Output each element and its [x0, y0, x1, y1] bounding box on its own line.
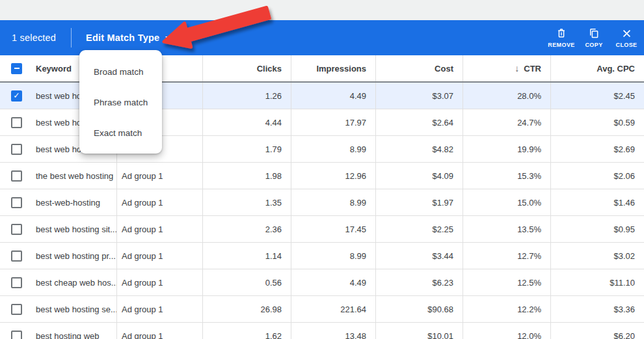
keyword-cell[interactable]: best web hosting sit...	[26, 216, 116, 242]
ad-group-cell: Ad group 1	[116, 296, 202, 322]
row-checkbox[interactable]	[11, 117, 22, 128]
cost-cell: $3.07	[375, 83, 463, 109]
row-checkbox[interactable]	[11, 331, 22, 339]
avg-cpc-cell: $11.10	[550, 269, 644, 295]
header-ctr[interactable]: ↓ CTR	[463, 55, 550, 81]
row-checkbox[interactable]	[11, 304, 22, 315]
row-checkbox-cell	[0, 323, 26, 339]
keywords-bulk-edit-screen: 1 selected Edit Match Type REMOVE	[0, 0, 644, 339]
impressions-cell: 221.64	[291, 296, 375, 322]
close-label: CLOSE	[615, 42, 637, 48]
header-cost[interactable]: Cost	[375, 55, 463, 81]
row-checkbox-cell	[0, 296, 26, 322]
select-all-checkbox[interactable]	[11, 63, 22, 74]
row-checkbox-cell	[0, 243, 26, 269]
header-impressions[interactable]: Impressions	[291, 55, 375, 81]
remove-button[interactable]: REMOVE	[545, 20, 578, 55]
avg-cpc-cell: $3.02	[550, 243, 644, 269]
ctr-cell: 19.9%	[463, 136, 550, 162]
clicks-cell: 2.36	[202, 216, 291, 242]
clicks-cell: 1.14	[202, 243, 291, 269]
row-checkbox-cell	[0, 189, 26, 215]
header-clicks[interactable]: Clicks	[202, 55, 291, 81]
ctr-cell: 12.2%	[463, 296, 550, 322]
ad-group-cell: Ad group 1	[116, 216, 202, 242]
keyword-cell[interactable]: best web hosting se...	[26, 296, 116, 322]
avg-cpc-cell: $2.45	[550, 83, 644, 109]
ctr-cell: 13.5%	[463, 216, 550, 242]
copy-button[interactable]: COPY	[578, 20, 610, 55]
keyword-cell[interactable]: the best web hosting	[26, 163, 116, 189]
ctr-cell: 15.3%	[463, 163, 550, 189]
row-checkbox[interactable]	[11, 251, 22, 262]
divider	[71, 28, 72, 47]
close-button[interactable]: CLOSE	[610, 20, 643, 55]
clicks-cell: 4.44	[202, 109, 291, 135]
cost-cell: $10.01	[375, 323, 463, 339]
impressions-cell: 8.99	[291, 189, 375, 215]
row-checkbox[interactable]	[11, 144, 22, 155]
avg-cpc-cell: $0.95	[550, 216, 644, 242]
clicks-cell: 1.62	[202, 323, 291, 339]
header-checkbox-cell	[0, 55, 26, 81]
table-row[interactable]: best hosting web Ad group 1 1.62 13.48 $…	[0, 323, 644, 339]
table-row[interactable]: best web hosting pr... Ad group 1 1.14 8…	[0, 243, 644, 269]
table-row[interactable]: best web hosting sit... Ad group 1 2.36 …	[0, 216, 644, 243]
ctr-cell: 15.0%	[463, 189, 550, 215]
ad-group-cell: Ad group 1	[116, 323, 202, 339]
cost-cell: $1.97	[375, 189, 463, 215]
row-checkbox-cell	[0, 216, 26, 242]
row-checkbox-cell	[0, 163, 26, 189]
row-checkbox[interactable]	[11, 277, 22, 288]
copy-icon	[588, 27, 600, 39]
clicks-cell: 1.79	[202, 136, 291, 162]
clicks-cell: 26.98	[202, 296, 291, 322]
avg-cpc-cell: $2.06	[550, 163, 644, 189]
table-row[interactable]: best cheap web hos... Ad group 1 0.56 4.…	[0, 269, 644, 296]
avg-cpc-cell: $3.36	[550, 296, 644, 322]
cost-cell: $90.68	[375, 296, 463, 322]
ctr-cell: 12.7%	[463, 243, 550, 269]
avg-cpc-cell: $6.20	[550, 323, 644, 339]
ctr-cell: 24.7%	[463, 109, 550, 135]
header-ctr-label: CTR	[524, 64, 541, 74]
edit-match-type-button[interactable]: Edit Match Type	[86, 33, 172, 43]
avg-cpc-cell: $0.59	[550, 109, 644, 135]
table-row[interactable]: best-web-hosting Ad group 1 1.35 8.99 $1…	[0, 189, 644, 216]
row-checkbox-cell	[0, 109, 26, 135]
ad-group-cell: Ad group 1	[116, 243, 202, 269]
ctr-cell: 12.0%	[463, 323, 550, 339]
remove-label: REMOVE	[548, 42, 574, 48]
impressions-cell: 17.45	[291, 216, 375, 242]
table-row[interactable]: the best web hosting Ad group 1 1.98 12.…	[0, 163, 644, 189]
keyword-cell[interactable]: best cheap web hos...	[26, 269, 116, 295]
row-checkbox[interactable]	[11, 90, 22, 102]
clicks-cell: 1.98	[202, 163, 291, 189]
page-background-strip	[0, 0, 644, 20]
row-checkbox-cell	[0, 269, 26, 295]
ad-group-cell: Ad group 1	[116, 269, 202, 295]
selected-count: 1 selected	[12, 33, 56, 43]
row-checkbox-cell	[0, 83, 26, 109]
ad-group-cell: Ad group 1	[116, 163, 202, 189]
table-row[interactable]: best web hosting se... Ad group 1 26.98 …	[0, 296, 644, 323]
cost-cell: $2.64	[375, 109, 463, 135]
impressions-cell: 8.99	[291, 136, 375, 162]
action-bar-right: REMOVE COPY CLOSE	[545, 20, 643, 55]
keyword-cell[interactable]: best hosting web	[26, 323, 116, 339]
menu-item-phrase-match[interactable]: Phrase match	[79, 87, 162, 118]
impressions-cell: 4.49	[291, 269, 375, 295]
arrow-down-icon: ↓	[515, 63, 519, 74]
keyword-cell[interactable]: best-web-hosting	[26, 189, 116, 215]
row-checkbox[interactable]	[11, 224, 22, 235]
ad-group-cell: Ad group 1	[116, 189, 202, 215]
row-checkbox[interactable]	[11, 197, 22, 208]
header-avg-cpc[interactable]: Avg. CPC	[550, 55, 644, 81]
cost-cell: $2.25	[375, 216, 463, 242]
keyword-cell[interactable]: best web hosting pr...	[26, 243, 116, 269]
cost-cell: $4.82	[375, 136, 463, 162]
menu-item-exact-match[interactable]: Exact match	[79, 118, 162, 148]
row-checkbox[interactable]	[11, 170, 22, 182]
trash-icon	[556, 27, 567, 39]
menu-item-broad-match[interactable]: Broad match	[79, 57, 162, 87]
